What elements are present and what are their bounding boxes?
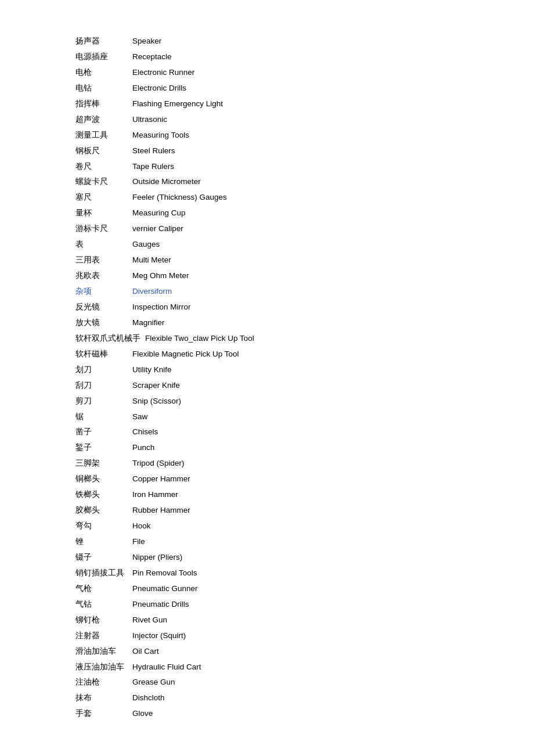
list-item: 锉File <box>75 535 459 549</box>
english-text: Punch <box>132 441 154 455</box>
list-item: 量杯Measuring Cup <box>75 207 459 220</box>
chinese-text: 抹布 <box>75 692 128 705</box>
list-item: 三脚架Tripod (Spider) <box>75 457 459 470</box>
chinese-text: 液压油加油车 <box>75 661 128 674</box>
english-text: Copper Hammer <box>132 473 190 486</box>
chinese-text: 兆欧表 <box>75 269 128 283</box>
english-text: Pin Removal Tools <box>132 567 197 580</box>
chinese-text: 剪刀 <box>75 395 128 408</box>
list-item: 软杆双爪式机械手Flexible Two_claw Pick Up Tool <box>75 332 459 345</box>
list-item: 游标卡尺vernier Caliper <box>75 222 459 236</box>
chinese-text: 钢板尺 <box>75 145 128 158</box>
chinese-text: 滑油加油车 <box>75 645 128 658</box>
chinese-text: 卷尺 <box>75 160 128 174</box>
english-text: Magnifier <box>132 316 165 330</box>
list-item: 划刀Utility Knife <box>75 363 459 377</box>
list-item: 软杆磁棒Flexible Magnetic Pick Up Tool <box>75 348 459 361</box>
chinese-text: 游标卡尺 <box>75 222 128 236</box>
chinese-text: 三脚架 <box>75 457 128 470</box>
chinese-text: 刮刀 <box>75 379 128 393</box>
english-text: Saw <box>132 411 147 424</box>
list-item: 錾子Punch <box>75 441 459 455</box>
chinese-text: 手套 <box>75 707 128 721</box>
english-text: Tripod (Spider) <box>132 457 185 470</box>
chinese-text: 弯勾 <box>75 520 128 533</box>
list-item: 铆钉枪Rivet Gun <box>75 614 459 627</box>
chinese-text: 气枪 <box>75 582 128 596</box>
english-text: Rubber Hammer <box>132 504 190 517</box>
list-item: 测量工具Measuring Tools <box>75 129 459 142</box>
list-item: 胶榔头Rubber Hammer <box>75 504 459 517</box>
list-item: 铜榔头Copper Hammer <box>75 473 459 486</box>
chinese-text: 超声波 <box>75 113 128 127</box>
chinese-text: 软杆双爪式机械手 <box>75 332 140 345</box>
chinese-text: 凿子 <box>75 426 128 439</box>
chinese-text: 錾子 <box>75 441 128 455</box>
english-text: Measuring Cup <box>132 207 186 220</box>
chinese-text: 销钉插拔工具 <box>75 567 128 580</box>
list-item: 剪刀Snip (Scissor) <box>75 395 459 408</box>
chinese-text: 测量工具 <box>75 129 128 142</box>
english-text: Flexible Magnetic Pick Up Tool <box>132 348 239 361</box>
chinese-text: 塞尺 <box>75 191 128 204</box>
list-item: 指挥棒Flashing Emergency Light <box>75 98 459 111</box>
english-text: vernier Caliper <box>132 222 183 236</box>
chinese-text: 注射器 <box>75 629 128 643</box>
list-item: 抹布Dishcloth <box>75 692 459 705</box>
list-item: 铁榔头Iron Hammer <box>75 488 459 502</box>
list-item: 锯Saw <box>75 411 459 424</box>
chinese-text: 气钻 <box>75 598 128 611</box>
chinese-text: 锉 <box>75 535 128 549</box>
list-item: 气钻Pneumatic Drills <box>75 598 459 611</box>
chinese-text: 铁榔头 <box>75 488 128 502</box>
chinese-text: 铜榔头 <box>75 473 128 486</box>
english-text: Receptacle <box>132 51 172 64</box>
list-item: 电钻Electronic Drills <box>75 82 459 95</box>
list-item: 液压油加油车Hydraulic Fluid Cart <box>75 661 459 674</box>
chinese-text: 软杆磁棒 <box>75 348 128 361</box>
english-text: File <box>132 535 145 549</box>
chinese-text: 螺旋卡尺 <box>75 175 128 189</box>
chinese-text: 胶榔头 <box>75 504 128 517</box>
english-text: Snip (Scissor) <box>132 395 181 408</box>
english-text: Chisels <box>132 426 158 439</box>
list-item: 注射器Injector (Squirt) <box>75 629 459 643</box>
english-text: Hook <box>132 520 151 533</box>
list-item: 扬声器Speaker <box>75 35 459 48</box>
main-list: 扬声器Speaker电源插座Receptacle电枪Electronic Run… <box>75 35 459 721</box>
list-item: 三用表Multi Meter <box>75 254 459 267</box>
chinese-text: 三用表 <box>75 254 128 267</box>
english-text: Measuring Tools <box>132 129 189 142</box>
english-text: Flashing Emergency Light <box>132 98 223 111</box>
chinese-text: 放大镜 <box>75 316 128 330</box>
english-text: Electronic Drills <box>132 82 186 95</box>
list-item: 滑油加油车Oil Cart <box>75 645 459 658</box>
list-item: 放大镜Magnifier <box>75 316 459 330</box>
english-text: Rivet Gun <box>132 614 167 627</box>
english-text: Grease Gun <box>132 676 175 689</box>
list-item: 镊子Nipper (Pliers) <box>75 551 459 564</box>
list-item: 反光镜Inspection Mirror <box>75 301 459 314</box>
english-text: Electronic Runner <box>132 66 194 80</box>
english-text: Nipper (Pliers) <box>132 551 182 564</box>
chinese-text: 铆钉枪 <box>75 614 128 627</box>
list-item: 钢板尺Steel Rulers <box>75 145 459 158</box>
list-item: 气枪Pneumatic Gunner <box>75 582 459 596</box>
english-text: Utility Knife <box>132 363 172 377</box>
english-text: Scraper Knife <box>132 379 180 393</box>
chinese-text: 表 <box>75 238 128 251</box>
english-text: Steel Rulers <box>132 145 175 158</box>
chinese-text: 电枪 <box>75 66 128 80</box>
english-text: Tape Rulers <box>132 160 174 174</box>
list-item: 刮刀Scraper Knife <box>75 379 459 393</box>
english-text: Oil Cart <box>132 645 159 658</box>
english-text: Diversiform <box>132 285 172 298</box>
list-item: 电枪Electronic Runner <box>75 66 459 80</box>
chinese-text: 杂项 <box>75 285 128 298</box>
english-text: Flexible Two_claw Pick Up Tool <box>145 332 254 345</box>
english-text: Multi Meter <box>132 254 171 267</box>
english-text: Injector (Squirt) <box>132 629 186 643</box>
chinese-text: 注油枪 <box>75 676 128 689</box>
chinese-text: 扬声器 <box>75 35 128 48</box>
list-item: 兆欧表Meg Ohm Meter <box>75 269 459 283</box>
